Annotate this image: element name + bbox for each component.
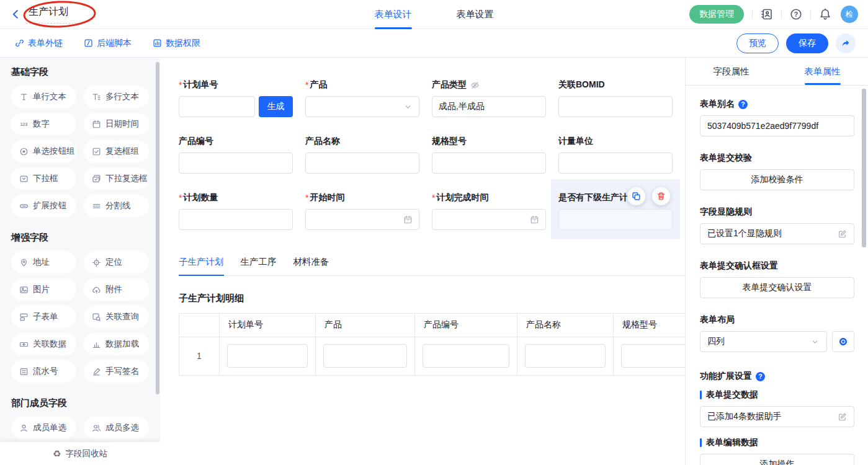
field-label: 产品编号 <box>179 136 293 147</box>
form-field[interactable]: *计划单号生成 <box>179 79 293 117</box>
edit-icon[interactable] <box>838 229 847 239</box>
sidebar-field-item[interactable]: 流水号 <box>11 360 76 383</box>
subform-tab[interactable]: 子生产计划 <box>179 256 224 276</box>
sidebar-field-label: 复选框组 <box>105 146 139 157</box>
toolbar-link[interactable]: 后端脚本 <box>84 38 132 49</box>
cell-input[interactable] <box>525 344 606 368</box>
sidebar-field-item[interactable]: 复选框组 <box>84 140 149 162</box>
delete-field-button[interactable] <box>652 187 670 205</box>
page-title[interactable]: 生产计划 <box>26 6 86 24</box>
trash-icon <box>656 192 666 201</box>
sidebar-field-item[interactable]: 单选按钮组 <box>11 140 76 162</box>
text-input[interactable] <box>179 153 293 174</box>
data-manage-button[interactable]: 数据管理 <box>689 5 744 24</box>
field-label-text: 计划数量 <box>183 192 218 203</box>
text-input[interactable] <box>179 209 293 230</box>
sidebar-field-item[interactable]: 扩展按钮 <box>11 195 76 217</box>
cell-input[interactable] <box>323 344 407 368</box>
text-input[interactable]: 成品,半成品 <box>432 96 546 117</box>
panel-tab-inactive[interactable]: 字段属性 <box>686 58 777 85</box>
sidebar-field-item[interactable]: 关联数据 <box>11 333 76 355</box>
text-input[interactable] <box>179 96 255 117</box>
text-input[interactable] <box>305 153 419 174</box>
help-icon[interactable]: ? <box>790 8 802 20</box>
text-input[interactable] <box>558 209 673 230</box>
help-circle-icon[interactable]: ? <box>738 100 748 109</box>
text-input[interactable] <box>558 153 673 174</box>
sidebar-field-item[interactable]: 下拉框 <box>11 167 76 190</box>
save-button[interactable]: 保存 <box>786 33 828 53</box>
form-field[interactable]: 规格型号 <box>432 136 546 174</box>
panel-tab-active[interactable]: 表单属性 <box>777 58 868 85</box>
sidebar-field-item[interactable]: 单行文本 <box>11 86 76 108</box>
sidebar-scrollbar[interactable] <box>156 62 159 394</box>
copy-icon <box>632 192 641 201</box>
form-field[interactable]: 关联BOMID <box>558 79 673 117</box>
edit-icon[interactable] <box>838 412 847 422</box>
submit-confirm-button[interactable]: 表单提交确认设置 <box>700 277 854 298</box>
svg-text:7: 7 <box>534 219 535 223</box>
form-field[interactable]: 产品类型成品,半成品 <box>432 79 546 117</box>
submit-data-field[interactable]: 已添加4条数据助手 <box>700 406 854 427</box>
form-field[interactable]: *开始时间7 <box>305 192 419 230</box>
sidebar-field-item[interactable]: 日期时间 <box>84 113 149 135</box>
form-field[interactable]: 计量单位 <box>558 136 673 174</box>
sidebar-field-item[interactable]: 手写签名 <box>84 360 149 383</box>
field-recycle-bin[interactable]: ♻ 字段回收站 <box>0 442 160 465</box>
share-button[interactable] <box>836 33 856 53</box>
form-layout-select[interactable]: 四列 <box>700 331 827 352</box>
sidebar-field-item[interactable]: 附件 <box>84 278 149 301</box>
cell-input[interactable] <box>423 344 509 368</box>
back-icon[interactable] <box>10 9 21 20</box>
form-field[interactable]: *计划完成时间7 <box>432 192 546 230</box>
bell-icon[interactable] <box>819 8 831 20</box>
sidebar-field-item[interactable]: 下拉复选框 <box>84 167 149 190</box>
text-input[interactable] <box>558 96 673 117</box>
text-input[interactable] <box>432 153 546 174</box>
sidebar-field-item[interactable]: 123数字 <box>11 113 76 135</box>
generate-button[interactable]: 生成 <box>259 96 293 117</box>
select-input[interactable] <box>305 96 419 117</box>
form-field[interactable]: *产品 <box>305 79 419 117</box>
cell-input[interactable] <box>227 344 308 368</box>
sidebar-field-item[interactable]: 数据加载 <box>84 333 149 355</box>
add-validation-button[interactable]: 添加校验条件 <box>700 169 854 190</box>
header-tab-active[interactable]: 表单设计 <box>375 0 412 29</box>
column-header: 产品 <box>316 313 415 337</box>
date-input[interactable]: 7 <box>305 209 419 230</box>
panel-scrollbar[interactable] <box>862 89 866 247</box>
header-tab-inactive[interactable]: 表单设置 <box>457 0 494 29</box>
sidebar-field-item[interactable]: 地址 <box>11 251 76 273</box>
form-field[interactable]: 产品名称 <box>305 136 419 174</box>
visibility-rules-field[interactable]: 已设置1个显隐规则 <box>700 223 854 244</box>
subform-tab[interactable]: 材料准备 <box>293 256 329 275</box>
sidebar-field-label: 分割线 <box>105 200 131 211</box>
required-asterisk: * <box>305 80 308 90</box>
sidebar-field-item[interactable]: 成员多选 <box>84 417 149 439</box>
contacts-icon[interactable] <box>761 8 773 20</box>
form-field[interactable]: *计划数量 <box>179 192 293 230</box>
subform-tab[interactable]: 生产工序 <box>241 256 277 275</box>
sidebar-field-item[interactable]: 关联查询 <box>84 306 149 328</box>
cell-input[interactable] <box>621 344 685 368</box>
toolbar-link[interactable]: 数据权限 <box>153 38 200 49</box>
sidebar-field-item[interactable]: 定位 <box>84 251 149 273</box>
sidebar-field-item[interactable]: 子表单 <box>11 306 76 328</box>
form-field-selected[interactable]: 是否有下级生产计. <box>551 179 680 239</box>
sidebar-field-item[interactable]: 分割线 <box>84 195 149 217</box>
form-alias-input[interactable]: 5037409b571e2aed9f7799df <box>700 115 854 136</box>
avatar[interactable]: 检 <box>841 6 858 23</box>
add-action-button[interactable]: 添加操作 <box>700 454 854 465</box>
copy-field-button[interactable] <box>627 187 645 205</box>
toolbar-link[interactable]: 表单外链 <box>15 38 63 49</box>
help-circle-icon[interactable]: ? <box>756 372 765 381</box>
form-field[interactable]: 产品编号 <box>179 136 293 174</box>
date-input[interactable]: 7 <box>432 209 546 230</box>
sidebar-field-item[interactable]: 成员单选 <box>11 417 76 439</box>
sidebar-field-item[interactable]: 图片 <box>11 278 76 301</box>
sidebar-field-label: 单选按钮组 <box>33 146 75 157</box>
layout-settings-button[interactable] <box>832 331 854 352</box>
svg-text:123: 123 <box>20 122 28 126</box>
sidebar-field-item[interactable]: 多行文本 <box>84 86 149 108</box>
preview-button[interactable]: 预览 <box>736 33 779 53</box>
